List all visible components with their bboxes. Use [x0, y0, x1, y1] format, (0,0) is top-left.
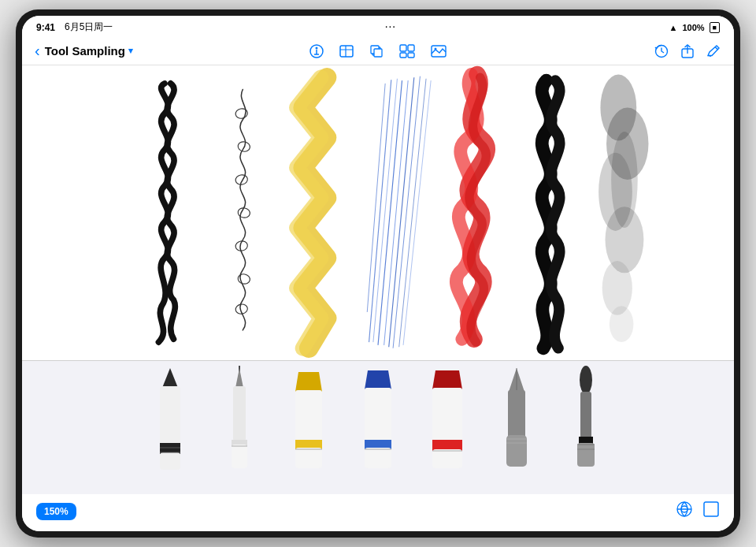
svg-rect-85	[704, 502, 718, 516]
fountainpen-tool[interactable]	[489, 364, 544, 478]
canvas-area[interactable]	[22, 65, 734, 494]
svg-point-21	[235, 108, 248, 120]
svg-rect-68	[432, 440, 462, 451]
date: 6月5日周一	[65, 20, 113, 34]
share-icon[interactable]	[680, 43, 695, 59]
zoom-badge[interactable]: 150%	[36, 503, 76, 520]
svg-rect-69	[432, 449, 462, 468]
network-icon[interactable]	[676, 500, 693, 522]
status-right: ▲ 100% ■	[669, 22, 720, 33]
svg-point-42	[610, 306, 634, 342]
fineliner-tool[interactable]	[212, 364, 267, 478]
drawing-samples	[22, 65, 734, 494]
svg-rect-13	[408, 53, 414, 58]
marker-red-tool[interactable]	[420, 364, 475, 478]
svg-rect-12	[400, 53, 406, 58]
svg-rect-62	[365, 388, 391, 448]
battery-label: 100%	[682, 23, 704, 32]
toolbar: ‹ Tool Sampling ▾	[22, 37, 734, 65]
wifi-icon: ▲	[669, 23, 678, 32]
svg-rect-67	[432, 388, 462, 448]
svg-rect-80	[577, 443, 595, 467]
svg-point-15	[435, 47, 437, 50]
svg-marker-66	[432, 370, 462, 389]
history-icon[interactable]	[654, 43, 669, 59]
marker-yellow-tool[interactable]	[281, 364, 336, 478]
svg-rect-52	[233, 386, 246, 441]
tools-panel	[22, 360, 734, 494]
svg-point-26	[237, 274, 250, 285]
device-frame: 9:41 6月5日周一 ··· ▲ 100% ■ ‹ Tool Sampling…	[16, 9, 740, 538]
chevron-icon: ▾	[128, 46, 133, 56]
toolbar-left: ‹ Tool Sampling ▾	[35, 42, 202, 60]
battery-icon: ■	[710, 22, 720, 33]
toolbar-center	[210, 43, 546, 59]
svg-line-36	[367, 84, 385, 312]
frames-icon[interactable]	[398, 43, 416, 59]
media-icon[interactable]	[430, 43, 447, 59]
svg-marker-56	[295, 372, 322, 392]
screen: 9:41 6月5日周一 ··· ▲ 100% ■ ‹ Tool Sampling…	[22, 16, 734, 531]
brush-tool[interactable]	[558, 364, 613, 478]
svg-line-30	[389, 77, 414, 347]
svg-rect-78	[580, 392, 591, 443]
svg-rect-45	[160, 386, 180, 449]
document-title[interactable]: Tool Sampling ▾	[45, 44, 133, 58]
anchor-icon[interactable]	[309, 43, 324, 59]
back-button[interactable]: ‹	[35, 42, 40, 60]
svg-line-19	[715, 47, 718, 50]
layers-icon[interactable]	[369, 43, 384, 59]
svg-point-23	[235, 174, 248, 186]
svg-line-31	[393, 76, 420, 348]
svg-line-35	[403, 80, 431, 345]
svg-rect-64	[365, 448, 391, 468]
time: 9:41	[36, 22, 55, 33]
svg-rect-74	[506, 435, 527, 467]
marker-blue-tool[interactable]	[350, 364, 406, 478]
svg-rect-47	[160, 452, 180, 470]
status-left: 9:41 6月5日周一	[36, 20, 113, 34]
bottom-bar: 150%	[22, 494, 734, 531]
status-center: ···	[385, 23, 396, 32]
pencil-tool[interactable]	[143, 364, 198, 478]
svg-point-41	[602, 261, 632, 315]
svg-line-32	[373, 79, 398, 342]
bottom-right-actions	[676, 500, 720, 522]
svg-line-34	[399, 79, 426, 347]
svg-rect-59	[295, 448, 322, 468]
frame-icon[interactable]	[702, 500, 720, 522]
svg-rect-9	[374, 49, 382, 57]
table-icon[interactable]	[339, 43, 354, 59]
svg-line-28	[378, 80, 402, 345]
status-bar: 9:41 6月5日周一 ··· ▲ 100% ■	[22, 16, 734, 37]
svg-marker-51	[235, 368, 243, 388]
edit-icon[interactable]	[706, 43, 721, 59]
svg-point-43	[611, 132, 638, 228]
svg-rect-11	[408, 45, 414, 51]
svg-rect-54	[232, 445, 247, 468]
svg-point-1	[316, 47, 318, 49]
svg-marker-44	[162, 368, 178, 388]
svg-point-77	[580, 366, 592, 394]
svg-rect-4	[340, 46, 353, 57]
brush-strokes-canvas	[22, 65, 734, 360]
svg-marker-61	[365, 370, 391, 389]
dots: ···	[385, 23, 396, 32]
svg-rect-10	[400, 45, 406, 51]
toolbar-right	[554, 43, 721, 59]
